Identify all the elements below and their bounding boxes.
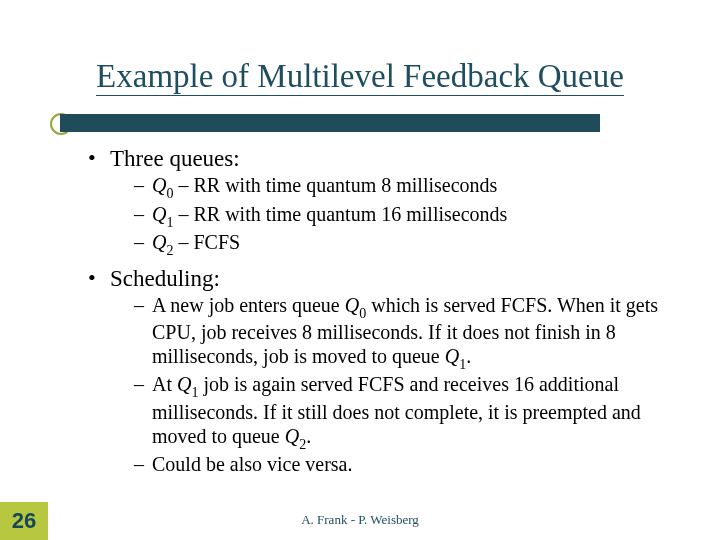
queue-index: 1 — [191, 385, 198, 400]
queue-index: 0 — [166, 186, 173, 201]
sub-bullet-list: Q0 – RR with time quantum 8 milliseconds… — [110, 174, 688, 259]
bullet-list: Three queues: Q0 – RR with time quantum … — [88, 145, 688, 477]
slide-title: Example of Multilevel Feedback Queue — [0, 58, 720, 95]
queue-symbol: Q — [285, 425, 299, 447]
queue-index: 2 — [299, 437, 306, 452]
queue-index: 1 — [166, 215, 173, 230]
sub-bullet-q1: Q1 – RR with time quantum 16 millisecond… — [134, 203, 688, 231]
queue-symbol: Q — [445, 345, 459, 367]
sub-bullet-text: – RR with time quantum 16 milliseconds — [173, 203, 507, 225]
queue-symbol: Q — [152, 231, 166, 253]
sub-bullet-q0: Q0 – RR with time quantum 8 milliseconds — [134, 174, 688, 202]
text: A new job enters queue — [152, 294, 345, 316]
bullet-label: Scheduling: — [110, 266, 220, 291]
text: . — [466, 345, 471, 367]
queue-symbol: Q — [152, 174, 166, 196]
queue-index: 0 — [359, 306, 366, 321]
sub-bullet-sched-1: At Q1 job is again served FCFS and recei… — [134, 373, 688, 452]
slide-body: Three queues: Q0 – RR with time quantum … — [88, 145, 688, 483]
slide-title-text: Example of Multilevel Feedback Queue — [96, 58, 624, 96]
sub-bullet-text: – RR with time quantum 8 milliseconds — [173, 174, 497, 196]
queue-index: 2 — [166, 243, 173, 258]
queue-index: 1 — [459, 357, 466, 372]
sub-bullet-sched-0: A new job enters queue Q0 which is serve… — [134, 294, 688, 373]
text: At — [152, 373, 177, 395]
bullet-scheduling: Scheduling: A new job enters queue Q0 wh… — [88, 265, 688, 477]
text: . — [306, 425, 311, 447]
text: Could be also vice versa. — [152, 453, 353, 475]
title-underline-bar — [60, 114, 600, 132]
queue-symbol: Q — [345, 294, 359, 316]
sub-bullet-text: – FCFS — [173, 231, 240, 253]
footer-author: A. Frank - P. Weisberg — [0, 512, 720, 528]
queue-symbol: Q — [152, 203, 166, 225]
sub-bullet-sched-2: Could be also vice versa. — [134, 453, 688, 477]
text: job is again served FCFS and receives 16… — [152, 373, 641, 446]
bullet-three-queues: Three queues: Q0 – RR with time quantum … — [88, 145, 688, 259]
sub-bullet-q2: Q2 – FCFS — [134, 231, 688, 259]
queue-symbol: Q — [177, 373, 191, 395]
bullet-label: Three queues: — [110, 146, 240, 171]
slide: Example of Multilevel Feedback Queue Thr… — [0, 0, 720, 540]
sub-bullet-list: A new job enters queue Q0 which is serve… — [110, 294, 688, 477]
